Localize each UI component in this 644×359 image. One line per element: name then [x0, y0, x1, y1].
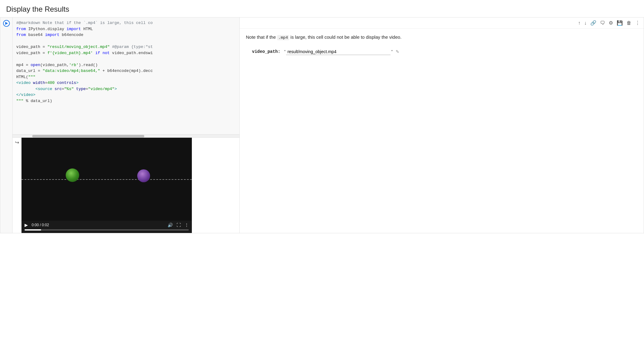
code-line-8: mp4 = open(video_path,'rb').read() [16, 62, 236, 68]
save-icon[interactable]: 💾 [616, 19, 623, 26]
settings-icon[interactable]: ⚙ [608, 19, 614, 26]
move-up-icon[interactable]: ↑ [577, 20, 581, 26]
cell-run-area [0, 18, 13, 233]
code-line-12: <source src="%s" type="video/mp4"> [16, 86, 236, 92]
video-play-button[interactable] [25, 223, 28, 227]
video-progress-bar[interactable] [21, 229, 192, 233]
video-controls-bar: 0:00 / 0:02 🔊 ⛶ ⋮ [21, 221, 192, 229]
notebook-cell: #@markdown Note that if the `.mp4` is la… [0, 17, 644, 233]
output-area: ↪ 0:00 / 0:02 🔊 ⛶ ⋮ [13, 137, 239, 233]
markdown-preview: Note that if the .mp4 is large, this cel… [240, 29, 644, 60]
code-line-13: </video> [16, 92, 236, 98]
video-player: 0:00 / 0:02 🔊 ⛶ ⋮ [21, 138, 192, 233]
scrollbar-thumb[interactable] [32, 135, 144, 137]
code-line-5: video_path = "result/moving_object.mp4" … [16, 44, 236, 50]
move-down-icon[interactable]: ↓ [584, 20, 587, 26]
video-more-icon[interactable]: ⋮ [184, 223, 189, 227]
link-icon[interactable]: 🔗 [590, 19, 597, 26]
markdown-inline-code: .mp4 [277, 35, 289, 40]
cell-toolbar: ↑ ↓ 🔗 🗨 ⚙ 💾 🗑 ⋮ [240, 18, 644, 29]
param-label: video_path: [252, 49, 280, 54]
motion-line [21, 179, 192, 180]
param-row: video_path: " " ✎ [246, 49, 638, 55]
param-input-wrap: " " ✎ [284, 49, 431, 55]
code-line-9: data_url = "data:video/mp4;base64," + b6… [16, 68, 236, 74]
more-options-icon[interactable]: ⋮ [634, 19, 641, 26]
video-scene [21, 138, 192, 221]
code-scrollbar[interactable] [13, 134, 239, 137]
code-line-14: """ % data_url) [16, 98, 236, 104]
code-editor[interactable]: #@markdown Note that if the `.mp4` is la… [13, 18, 239, 134]
video-fullscreen-icon[interactable]: ⛶ [177, 223, 181, 227]
param-edit-icon[interactable]: ✎ [396, 49, 399, 54]
code-line-6: video_path = f'{video_path}.mp4' if not … [16, 50, 236, 56]
delete-icon[interactable]: 🗑 [626, 20, 632, 26]
video-progress-track[interactable] [25, 229, 189, 231]
output-expand-icon[interactable]: ↪ [13, 138, 21, 233]
param-quote-open: " [284, 49, 285, 54]
code-line-11: <video width=400 controls> [16, 80, 236, 86]
code-line-7 [16, 56, 236, 62]
markdown-text: Note that if the .mp4 is large, this cel… [246, 34, 638, 41]
page-title: Display the Results [0, 0, 644, 17]
code-line-3: from base64 import b64encode [16, 32, 236, 38]
comment-icon[interactable]: 🗨 [599, 20, 606, 26]
video-volume-icon[interactable]: 🔊 [168, 223, 173, 227]
markdown-text-after: is large, this cell could not be able to… [289, 34, 402, 40]
video-progress-fill [25, 229, 41, 231]
purple-ball [137, 169, 150, 182]
code-line-2: from IPython.display import HTML [16, 26, 236, 32]
cell-right-panel: ↑ ↓ 🔗 🗨 ⚙ 💾 🗑 ⋮ Note that if the .mp4 is… [240, 18, 644, 233]
param-quote-close: " [391, 49, 393, 54]
code-line-1: #@markdown Note that if the `.mp4` is la… [16, 20, 236, 26]
run-button[interactable] [3, 20, 10, 27]
code-line-4 [16, 38, 236, 44]
code-line-10: HTML(""" [16, 74, 236, 80]
green-ball [66, 168, 79, 182]
video-time: 0:00 / 0:02 [32, 223, 49, 227]
param-input[interactable] [286, 49, 390, 55]
cell-left-panel: #@markdown Note that if the `.mp4` is la… [13, 18, 240, 233]
markdown-text-before: Note that if the [246, 34, 277, 40]
